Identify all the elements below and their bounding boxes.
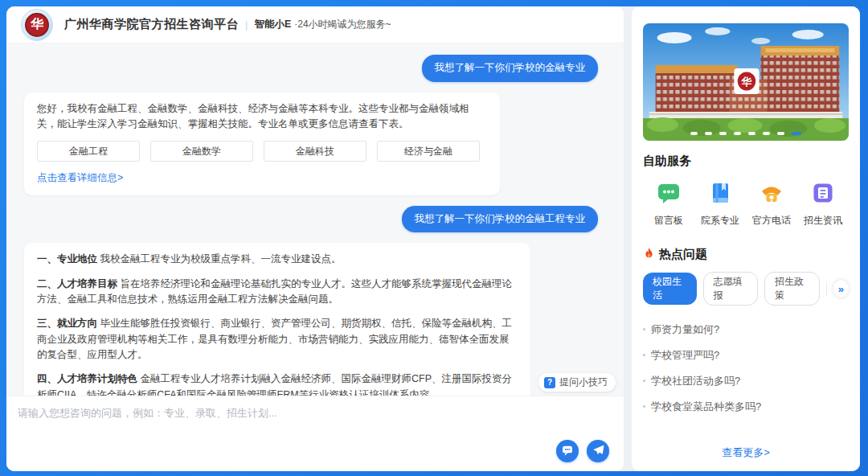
hot-question-item[interactable]: 学校管理严吗?	[643, 343, 849, 368]
service-label: 留言板	[654, 214, 683, 228]
carousel-dot[interactable]	[705, 132, 712, 135]
carousel-dot[interactable]	[763, 132, 770, 135]
input-actions	[556, 440, 609, 462]
flame-icon	[643, 247, 655, 262]
services-row: 留言板 院系专业 官方电话 招生资讯	[643, 180, 849, 228]
service-label: 招生资讯	[804, 214, 842, 228]
section-body: 毕业生能够胜任投资银行、商业银行、资产管理公司、期货期权、信托、保险等金融机构、…	[37, 318, 512, 360]
section-heading: 二、人才培养目标	[37, 278, 117, 289]
bot-section-3: 三、就业方向 毕业生能够胜任投资银行、商业银行、资产管理公司、期货期权、信托、保…	[37, 316, 518, 363]
send-plane-icon	[592, 444, 604, 458]
chat-message-list[interactable]: 我想了解一下你们学校的金融专业 您好，我校有金融工程、金融数学、金融科技、经济与…	[6, 43, 624, 396]
chat-header: 华 广州华商学院官方招生咨询平台 | 智能小E ·24小时竭诚为您服务~	[6, 6, 624, 43]
hot-questions-title: 热点问题	[659, 247, 707, 262]
service-label: 院系专业	[701, 214, 739, 228]
chat-bubble-icon	[561, 444, 574, 459]
page-title: 广州华商学院官方招生咨询平台	[64, 17, 239, 32]
service-phone[interactable]: 官方电话	[749, 180, 794, 228]
send-button[interactable]	[587, 440, 609, 462]
chat-panel: 华 广州华商学院官方招生咨询平台 | 智能小E ·24小时竭诚为您服务~ 我想了…	[6, 6, 624, 471]
hot-question-tags: 校园生活 志愿填报 招生政策 »	[643, 272, 849, 306]
bot-section-4: 四、人才培养计划特色 金融工程专业人才培养计划融入金融经济师、国际金融理财师CF…	[37, 371, 518, 396]
assistant-name: 智能小E	[254, 18, 291, 31]
carousel-dot[interactable]	[748, 132, 755, 135]
carousel-dot[interactable]	[734, 132, 741, 135]
hot-question-item[interactable]: 师资力量如何?	[643, 317, 849, 343]
carousel-dot[interactable]	[719, 132, 727, 135]
major-button-finance-math[interactable]: 金融数学	[150, 141, 253, 162]
bot-message-row: 一、专业地位 我校金融工程专业为校级重点学科、一流专业建设点。 二、人才培养目标…	[24, 243, 606, 396]
bot-message-row: 您好，我校有金融工程、金融数学、金融科技、经济与金融等本科专业。这些专业都与金融…	[24, 92, 606, 195]
view-more-link[interactable]: 查看更多>	[643, 445, 849, 462]
carousel-dot[interactable]	[690, 132, 698, 135]
school-logo-icon: 华	[21, 9, 53, 41]
bot-section-2: 二、人才培养目标 旨在培养经济理论和金融理论基础扎实的专业人才。这些人才能够系统…	[37, 277, 518, 308]
tips-label: 提问小技巧	[559, 375, 608, 389]
section-body: 我校金融工程专业为校级重点学科、一流专业建设点。	[100, 253, 341, 265]
major-button-finance-engineering[interactable]: 金融工程	[37, 141, 140, 162]
sidebar: 华 自助服务 留言板	[632, 6, 860, 471]
section-heading: 一、专业地位	[37, 253, 97, 265]
service-message-board[interactable]: 留言板	[646, 180, 691, 228]
bot-message-bubble: 一、专业地位 我校金融工程专业为校级重点学科、一流专业建设点。 二、人才培养目标…	[24, 243, 530, 396]
question-mark-icon: ?	[544, 377, 555, 388]
tag-application[interactable]: 志愿填报	[703, 272, 759, 306]
question-tips-button[interactable]: ? 提问小技巧	[538, 373, 616, 392]
hot-question-item[interactable]: 学校社团活动多吗?	[643, 368, 849, 394]
major-button-group: 金融工程 金融数学 金融科技 经济与金融	[37, 141, 487, 162]
tag-campus-life[interactable]: 校园生活	[643, 273, 697, 305]
chat-input[interactable]	[18, 406, 612, 438]
hot-questions-title-row: 热点问题	[643, 247, 849, 262]
official-phone-icon	[759, 180, 784, 208]
carousel-dots	[643, 132, 849, 135]
chat-input-area	[6, 396, 624, 471]
campus-photo-carousel[interactable]: 华	[643, 23, 849, 141]
admissions-news-icon	[810, 180, 836, 208]
bot-message-bubble: 您好，我校有金融工程、金融数学、金融科技、经济与金融等本科专业。这些专业都与金融…	[24, 92, 500, 195]
user-message-bubble: 我想了解一下你们学校的金融工程专业	[402, 206, 599, 233]
user-message-row: 我想了解一下你们学校的金融专业	[24, 55, 606, 82]
message-board-icon	[656, 180, 682, 208]
campus-photo: 华	[643, 23, 849, 141]
section-heading: 四、人才培养计划特色	[37, 373, 137, 384]
quick-phrases-button[interactable]	[556, 440, 579, 462]
major-button-economics-finance[interactable]: 经济与金融	[377, 141, 480, 162]
hot-question-list: 师资力量如何? 学校管理严吗? 学校社团活动多吗? 学校食堂菜品种类多吗?	[643, 317, 849, 420]
bot-message-text: 您好，我校有金融工程、金融数学、金融科技、经济与金融等本科专业。这些专业都与金融…	[37, 101, 487, 133]
school-logo-glyph: 华	[25, 13, 49, 37]
major-button-fintech[interactable]: 金融科技	[264, 141, 366, 162]
departments-book-icon	[707, 180, 733, 208]
carousel-dot-active[interactable]	[792, 132, 801, 135]
hot-question-item[interactable]: 学校食堂菜品种类多吗?	[643, 394, 849, 420]
carousel-dot[interactable]	[777, 132, 784, 135]
service-admissions-news[interactable]: 招生资讯	[800, 180, 845, 228]
service-label: 官方电话	[752, 214, 791, 228]
carousel-badge-glyph: 华	[741, 76, 752, 88]
header-divider: |	[245, 18, 248, 31]
user-message-row: 我想了解一下你们学校的金融工程专业	[24, 206, 606, 233]
services-title: 自助服务	[643, 154, 849, 169]
user-message-bubble: 我想了解一下你们学校的金融专业	[422, 55, 599, 82]
header-slogan: ·24小时竭诚为您服务~	[294, 18, 391, 31]
view-details-link[interactable]: 点击查看详细信息>	[37, 170, 123, 186]
more-tags-chevron-button[interactable]: »	[833, 280, 850, 298]
tags-divider	[826, 281, 827, 296]
app-window: 华 广州华商学院官方招生咨询平台 | 智能小E ·24小时竭诚为您服务~ 我想了…	[6, 6, 860, 471]
section-heading: 三、就业方向	[37, 318, 97, 329]
tag-admission-policy[interactable]: 招生政策	[764, 272, 820, 306]
bot-section-1: 一、专业地位 我校金融工程专业为校级重点学科、一流专业建设点。	[37, 252, 518, 267]
service-departments[interactable]: 院系专业	[698, 180, 743, 228]
